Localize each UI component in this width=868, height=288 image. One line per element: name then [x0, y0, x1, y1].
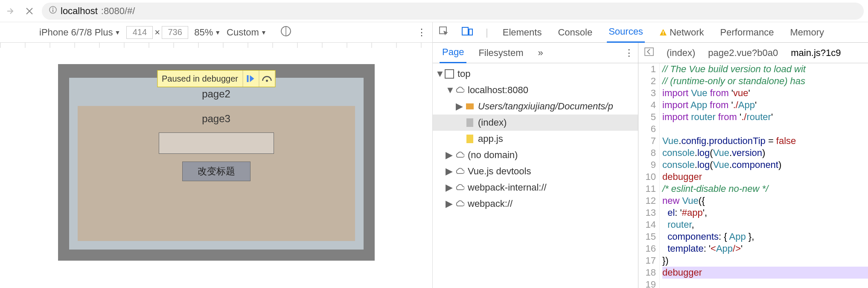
divider: | — [486, 27, 488, 38]
viewport: Paused in debugger page2 page3 改变标题 — [0, 48, 432, 288]
devtools-panel: | Elements Console Sources Network Perfo… — [433, 22, 868, 288]
tree-wpint-label: webpack-internal:// — [468, 182, 547, 193]
url-path: :8080/#/ — [101, 6, 135, 17]
warning-icon — [659, 29, 667, 36]
change-title-button[interactable]: 改变标题 — [182, 162, 250, 181]
tree-nodomain[interactable]: ▶(no domain) — [433, 147, 638, 163]
device-preview-panel: iPhone 6/7/8 Plus ▼ × 85% ▼ Custom ▼ ⋮ — [0, 22, 433, 288]
text-input[interactable] — [159, 132, 274, 154]
svg-rect-11 — [645, 48, 653, 56]
stop-icon[interactable] — [23, 5, 36, 18]
cloud-icon — [455, 183, 464, 192]
nav-pane-icon[interactable] — [644, 47, 654, 59]
tab-network-label: Network — [670, 27, 704, 38]
url-host: localhost — [61, 6, 98, 17]
tree-host-label: localhost:8080 — [468, 85, 528, 96]
paused-label: Paused in debugger — [157, 74, 242, 84]
svg-rect-7 — [462, 27, 468, 35]
device-toolbar: iPhone 6/7/8 Plus ▼ × 85% ▼ Custom ▼ ⋮ — [0, 22, 432, 43]
tree-wp[interactable]: ▶webpack:// — [433, 196, 638, 212]
cloud-icon — [455, 150, 464, 160]
code-area: (index) page2.vue?b0a0 main.js?1c9 12345… — [638, 43, 868, 288]
tree-vuedev-label: Vue.js devtools — [468, 166, 531, 177]
paused-banner: Paused in debugger — [157, 70, 275, 87]
tree-top[interactable]: ▼top — [433, 66, 638, 82]
caret-down-icon: ▼ — [261, 29, 267, 36]
tree-folder[interactable]: ▶Users/tangxiujiang/Documents/p — [433, 98, 638, 115]
tree-appjs[interactable]: app.js — [433, 131, 638, 147]
tab-network[interactable]: Network — [658, 22, 706, 43]
panel-tabs: | Elements Console Sources Network Perfo… — [433, 22, 868, 43]
opened-tabs: (index) page2.vue?b0a0 main.js?1c9 — [638, 43, 868, 63]
caret-down-icon: ▼ — [215, 29, 221, 36]
zoom-label: 85% — [194, 27, 213, 38]
cloud-icon — [455, 199, 464, 209]
cloud-icon — [455, 85, 464, 95]
dimensions: × — [126, 26, 188, 39]
js-icon — [465, 134, 475, 144]
frame-icon — [445, 69, 454, 79]
tree-appjs-label: app.js — [478, 133, 503, 144]
ruler — [0, 43, 432, 48]
tree-nodomain-label: (no domain) — [468, 150, 518, 161]
url-field[interactable]: localhost:8080/#/ — [42, 3, 864, 20]
svg-point-5 — [266, 80, 268, 82]
nav-tab-more-icon[interactable]: » — [536, 43, 546, 63]
page3-container: page3 改变标题 — [78, 106, 355, 241]
browser-url-bar: localhost:8080/#/ — [0, 0, 868, 22]
tab-elements[interactable]: Elements — [501, 22, 544, 43]
tab-performance[interactable]: Performance — [719, 22, 776, 43]
zoom-select[interactable]: 85% ▼ — [194, 27, 221, 38]
svg-rect-2 — [52, 9, 53, 12]
page2-title: page2 — [202, 88, 230, 100]
phone-frame: Paused in debugger page2 page3 改变标题 — [58, 64, 375, 261]
tree-index-label: (index) — [478, 117, 507, 128]
open-tab-page2[interactable]: page2.vue?b0a0 — [708, 43, 778, 63]
caret-down-icon: ▼ — [114, 29, 120, 36]
device-label: iPhone 6/7/8 Plus — [39, 27, 113, 38]
open-tab-main[interactable]: main.js?1c9 — [791, 43, 841, 63]
tab-console[interactable]: Console — [556, 22, 594, 43]
svg-rect-8 — [469, 29, 472, 35]
folder-icon — [465, 102, 475, 111]
step-over-icon[interactable] — [259, 71, 275, 87]
tree-top-label: top — [457, 68, 471, 79]
file-tree: ▼top ▼localhost:8080 ▶Users/tangxiujiang… — [433, 63, 638, 288]
tree-vuedev[interactable]: ▶Vue.js devtools — [433, 163, 638, 179]
page2-container: page2 page3 改变标题 — [69, 78, 364, 250]
nav-forward-icon[interactable] — [4, 5, 17, 18]
tree-wpint[interactable]: ▶webpack-internal:// — [433, 179, 638, 196]
svg-point-1 — [52, 7, 54, 9]
throttle-select[interactable]: Custom ▼ — [227, 27, 267, 38]
device-mode-icon[interactable] — [462, 26, 473, 38]
nav-tab-page[interactable]: Page — [440, 43, 466, 63]
height-input[interactable] — [162, 26, 188, 39]
resume-icon[interactable] — [242, 71, 259, 87]
tree-host[interactable]: ▼localhost:8080 — [433, 82, 638, 98]
rotate-icon[interactable] — [280, 26, 291, 39]
info-icon — [49, 6, 57, 17]
source: // The Vue build version to load wit// (… — [660, 63, 868, 288]
code-view[interactable]: 12345678910111213141516171819 // The Vue… — [638, 63, 868, 288]
tab-memory[interactable]: Memory — [789, 22, 826, 43]
svg-rect-9 — [663, 31, 664, 33]
toolbar-more-icon[interactable]: ⋮ — [417, 27, 427, 38]
sources-navigator: Page Filesystem » ⋮ ▼top ▼localhost:8080… — [433, 43, 638, 288]
cloud-icon — [455, 167, 464, 176]
throttle-label: Custom — [227, 27, 259, 38]
open-tab-index[interactable]: (index) — [667, 43, 695, 63]
width-input[interactable] — [126, 26, 153, 39]
nav-tab-filesystem[interactable]: Filesystem — [476, 43, 526, 63]
tree-folder-label: Users/tangxiujiang/Documents/p — [478, 101, 613, 112]
inspect-icon[interactable] — [439, 26, 449, 39]
tree-wp-label: webpack:// — [468, 198, 513, 209]
nav-more-icon[interactable]: ⋮ — [624, 47, 634, 59]
page-icon — [465, 118, 475, 127]
device-select[interactable]: iPhone 6/7/8 Plus ▼ — [39, 27, 120, 38]
tree-index[interactable]: (index) — [433, 115, 638, 131]
page3-title: page3 — [202, 113, 230, 125]
svg-rect-10 — [663, 34, 664, 35]
tab-sources[interactable]: Sources — [607, 22, 645, 43]
dim-x: × — [154, 27, 160, 38]
gutter: 12345678910111213141516171819 — [638, 63, 660, 288]
